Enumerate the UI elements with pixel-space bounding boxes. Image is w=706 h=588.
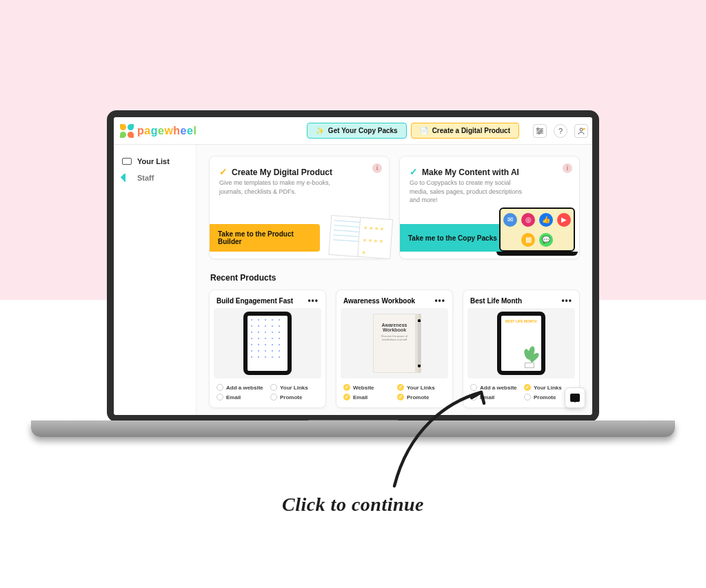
instagram-chip-icon: ◎ [521, 213, 535, 227]
chat-icon [570, 394, 580, 402]
product-title: Build Engagement Fast [216, 297, 293, 305]
annotation-caption: Click to continue [0, 494, 706, 516]
mail-chip-icon: ✉ [503, 213, 517, 227]
product-title: Awareness Workbook [343, 297, 415, 305]
chat-widget-button[interactable] [565, 387, 585, 408]
card-ai-desc: Go to Copypacks to create my social medi… [410, 179, 527, 205]
svg-point-2 [538, 132, 541, 134]
brand-logo[interactable]: pagewheel [119, 123, 196, 139]
link-promote[interactable]: Promote [270, 394, 319, 401]
link-add-website[interactable]: Add a website [216, 384, 265, 391]
sidebar-label-your-list: Your List [137, 157, 170, 165]
more-menu-icon[interactable]: ••• [561, 296, 572, 305]
account-icon[interactable] [574, 124, 588, 138]
product-title: Best Life Month [470, 297, 522, 305]
card-create-title: Create My Digital Product [232, 168, 332, 177]
sidebar-item-your-list[interactable]: Your List [119, 153, 190, 170]
laptop-mockup: pagewheel ✨ Get Your Copy Packs 📄 Create… [107, 110, 599, 455]
sparkle-icon: ✨ [316, 127, 324, 134]
svg-point-0 [537, 128, 539, 130]
note-chip-icon: ▦ [521, 233, 535, 247]
create-digital-product-button[interactable]: 📄 Create a Digital Product [411, 123, 519, 139]
pinwheel-icon [119, 123, 134, 139]
sidebar-label-staff: Staff [137, 174, 154, 182]
product-thumb: Awareness WorkbookDiscover the power of … [341, 308, 448, 378]
laptop-illustration: ✉ ◎ 👍 ▶ ▦ 💬 [499, 207, 575, 257]
rocket-icon [121, 172, 133, 184]
app-header: pagewheel ✨ Get Your Copy Packs 📄 Create… [114, 117, 592, 145]
document-icon: 📄 [420, 127, 428, 134]
sidebar-item-staff[interactable]: Staff [119, 170, 190, 186]
more-menu-icon[interactable]: ••• [307, 296, 319, 305]
info-icon[interactable]: i [372, 163, 382, 173]
svg-point-4 [583, 128, 585, 130]
create-digital-product-label: Create a Digital Product [432, 127, 510, 134]
check-icon: ✓ [410, 166, 418, 177]
mail-icon [122, 158, 132, 165]
sidebar: Your List Staff [114, 145, 196, 415]
info-icon[interactable]: i [563, 163, 572, 173]
get-copy-packs-label: Get Your Copy Packs [328, 127, 398, 134]
svg-point-1 [541, 130, 543, 132]
play-chip-icon: ▶ [557, 213, 571, 227]
product-thumb: BEST LIFE MONTH [467, 308, 575, 378]
product-card[interactable]: Build Engagement Fast ••• Add a website … [209, 290, 326, 408]
annotation-arrow [378, 381, 495, 498]
brand-wordmark: pagewheel [137, 125, 196, 137]
help-icon[interactable]: ? [554, 124, 567, 138]
laptop-base [31, 420, 675, 437]
product-thumb [214, 308, 321, 378]
product-builder-cta-label: Take me to the Product Builder [218, 230, 312, 245]
chat-chip-icon: 💬 [539, 233, 553, 247]
card-create-desc: Give me templates to make my e-books, jo… [219, 179, 336, 196]
card-create-product: i ✓Create My Digital Product Give me tem… [209, 156, 390, 259]
check-icon: ✓ [219, 166, 228, 177]
like-chip-icon: 👍 [539, 213, 553, 227]
notebook-illustration [328, 215, 393, 263]
main-content: i ✓Create My Digital Product Give me tem… [196, 145, 592, 415]
get-copy-packs-button[interactable]: ✨ Get Your Copy Packs [307, 123, 407, 139]
product-builder-cta-button[interactable]: Take me to the Product Builder [210, 224, 320, 252]
recent-products-heading: Recent Products [210, 273, 580, 283]
copy-packs-cta-label: Take me to the Copy Packs [408, 234, 497, 242]
link-email[interactable]: Email [216, 394, 265, 401]
settings-sliders-icon[interactable] [533, 124, 547, 138]
app-root: pagewheel ✨ Get Your Copy Packs 📄 Create… [114, 117, 592, 415]
card-ai-title: Make My Content with AI [422, 168, 519, 177]
laptop-screen: pagewheel ✨ Get Your Copy Packs 📄 Create… [107, 110, 599, 422]
copy-packs-cta-button[interactable]: Take me to the Copy Packs [400, 224, 510, 252]
svg-point-3 [580, 128, 583, 131]
link-your-links[interactable]: Your Links [270, 384, 319, 391]
card-make-content-ai: i ✓Make My Content with AI Go to Copypac… [399, 156, 580, 259]
more-menu-icon[interactable]: ••• [434, 296, 445, 305]
